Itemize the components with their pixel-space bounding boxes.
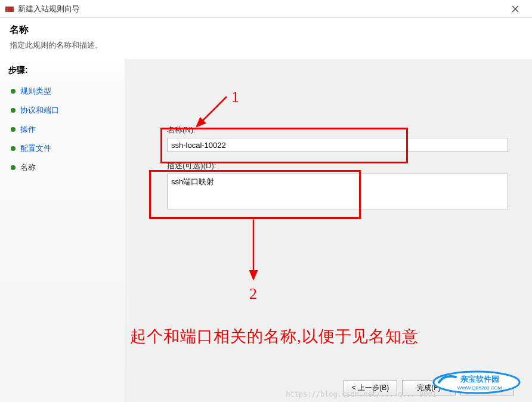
cancel-button[interactable]: 取消 [460, 380, 514, 395]
step-label: 协议和端口 [20, 105, 59, 116]
page-title: 名称 [10, 24, 522, 36]
step-action[interactable]: 操作 [8, 120, 116, 139]
step-label: 名称 [20, 162, 36, 173]
wizard-footer: < 上一步(B) 完成(F) 取消 [344, 380, 514, 395]
bullet-icon [11, 165, 16, 170]
step-label: 操作 [20, 124, 36, 135]
finish-button[interactable]: 完成(F) [402, 380, 456, 395]
steps-heading: 步骤: [8, 65, 116, 76]
steps-sidebar: 步骤: 规则类型 协议和端口 操作 配置文件 名称 [0, 59, 125, 402]
page-subtitle: 指定此规则的名称和描述。 [10, 40, 522, 51]
window-title: 新建入站规则向导 [18, 4, 503, 14]
svg-rect-3 [8, 7, 9, 12]
bullet-icon [11, 89, 16, 94]
bullet-icon [11, 108, 16, 113]
main-panel: 名称(N): 描述(可选)(D): < 上一步(B) 完成(F) 取消 [125, 59, 532, 402]
titlebar: 新建入站规则向导 [0, 0, 532, 18]
close-button[interactable] [503, 0, 527, 18]
step-rule-type[interactable]: 规则类型 [8, 82, 116, 101]
bullet-icon [11, 127, 16, 132]
svg-rect-2 [5, 9, 14, 10]
step-profile[interactable]: 配置文件 [8, 139, 116, 158]
back-button[interactable]: < 上一步(B) [344, 380, 397, 395]
name-input[interactable] [167, 138, 508, 152]
bullet-icon [11, 146, 16, 151]
description-input[interactable] [167, 174, 508, 209]
description-label: 描述(可选)(D): [167, 160, 508, 171]
wizard-header: 名称 指定此规则的名称和描述。 [0, 18, 532, 59]
step-label: 配置文件 [20, 143, 51, 154]
step-label: 规则类型 [20, 86, 51, 97]
firewall-icon [5, 4, 14, 14]
svg-rect-1 [5, 7, 14, 8]
svg-rect-4 [11, 7, 12, 12]
name-label: 名称(N): [167, 125, 508, 135]
step-name[interactable]: 名称 [8, 158, 116, 177]
step-protocol-port[interactable]: 协议和端口 [8, 101, 116, 120]
